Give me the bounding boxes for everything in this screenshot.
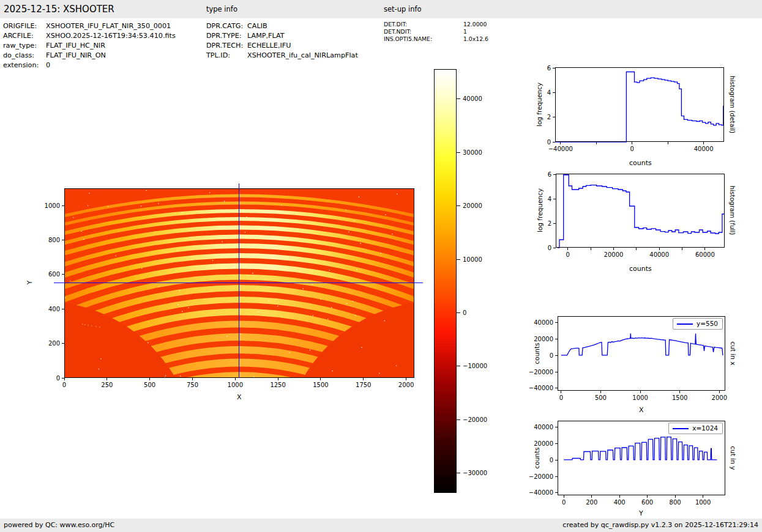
info-label: TPL.ID:	[206, 51, 230, 59]
histogram-detail-right-label: histogram (detail)	[729, 76, 736, 133]
info-label: do_class:	[3, 51, 34, 59]
svg-text:6: 6	[548, 171, 551, 178]
info-value: 1.0x12.6	[463, 35, 488, 42]
info-label: INS.OPTI5.NAME:	[384, 35, 432, 42]
svg-text:2: 2	[548, 220, 551, 227]
info-label: ARCFILE:	[3, 32, 34, 40]
svg-text:0: 0	[630, 146, 634, 152]
legend-line-sample	[677, 323, 693, 325]
svg-text:1750: 1750	[356, 382, 371, 388]
info-row-extension: extension: 0	[3, 61, 39, 69]
svg-text:60000: 60000	[695, 251, 715, 258]
svg-text:40000: 40000	[534, 319, 553, 326]
info-row-dprtech: DPR.TECH: ECHELLE,IFU	[206, 42, 243, 50]
svg-text:600: 600	[641, 499, 653, 506]
legend-label: x=1024	[692, 424, 718, 432]
svg-text:200: 200	[586, 499, 597, 506]
histogram-full-plot: 02000040000600000246	[556, 174, 725, 248]
info-value: 1	[463, 28, 467, 35]
cut-in-y-xlabel: Y	[639, 509, 643, 517]
svg-text:200: 200	[48, 340, 60, 347]
svg-text:1000: 1000	[632, 394, 648, 401]
setup-info-heading: set-up info	[384, 0, 422, 18]
svg-text:0: 0	[550, 352, 553, 359]
svg-text:400: 400	[614, 499, 626, 506]
svg-text:400: 400	[48, 306, 60, 312]
svg-text:−40000: −40000	[529, 385, 553, 391]
svg-text:0: 0	[548, 245, 551, 251]
svg-text:0: 0	[559, 394, 563, 401]
main-ylabel: Y	[26, 281, 33, 284]
svg-text:30000: 30000	[463, 149, 482, 156]
cut-in-x-legend: y=550	[673, 318, 723, 330]
info-value: XSHOOTER_ifu_cal_NIRLampFlat	[247, 51, 358, 59]
header-bar: 2025-12-15: XSHOOTER type info set-up in…	[0, 0, 762, 18]
info-value: FLAT_IFU_HC_NIR	[46, 42, 105, 50]
histogram-detail-xlabel: counts	[629, 159, 652, 167]
info-value: LAMP,FLAT	[247, 32, 285, 40]
info-row-rawtype: raw_type: FLAT_IFU_HC_NIR	[3, 42, 37, 50]
svg-text:−40000: −40000	[548, 146, 573, 152]
info-value: XSHOO.2025-12-16T19:34:53.410.fits	[46, 32, 176, 40]
svg-text:500: 500	[144, 382, 155, 388]
svg-text:0: 0	[62, 382, 66, 388]
svg-text:20000: 20000	[604, 251, 624, 258]
svg-text:−30000: −30000	[463, 470, 487, 476]
histogram-detail-plot: −400000400000246	[555, 67, 724, 142]
svg-text:1000: 1000	[45, 202, 60, 209]
svg-text:1000: 1000	[695, 499, 711, 506]
svg-text:−20000: −20000	[463, 416, 487, 423]
svg-text:1000: 1000	[228, 382, 243, 388]
svg-text:4: 4	[548, 196, 551, 202]
svg-text:0: 0	[56, 375, 60, 382]
legend-line-sample	[673, 428, 689, 429]
svg-text:−40000: −40000	[529, 489, 553, 496]
legend-label: y=550	[697, 320, 718, 327]
svg-text:0: 0	[463, 309, 466, 316]
svg-text:2000: 2000	[398, 382, 414, 388]
info-label: DET.DIT:	[384, 21, 407, 28]
info-label: DET.NDIT:	[384, 28, 411, 35]
histogram-full-right-label: histogram (full)	[729, 186, 736, 235]
main-xlabel: X	[237, 393, 242, 401]
svg-text:40000: 40000	[649, 251, 669, 258]
cut-in-x-right-label: cut in x	[730, 341, 737, 365]
type-info-heading: type info	[206, 0, 237, 18]
info-label: extension:	[3, 61, 39, 69]
info-value: 12.0000	[463, 21, 487, 28]
info-label: raw_type:	[3, 42, 37, 50]
svg-text:0: 0	[566, 251, 570, 258]
svg-text:4: 4	[547, 89, 551, 96]
main-image-plot: 0250500750100012501500175020000200400600…	[64, 188, 414, 378]
cut-in-y-ylabel: counts	[533, 447, 540, 468]
svg-text:0: 0	[550, 457, 553, 464]
cut-in-x-ylabel: counts	[533, 342, 540, 364]
svg-text:0: 0	[547, 139, 551, 146]
svg-text:0: 0	[562, 499, 566, 506]
info-value: CALIB	[247, 22, 267, 30]
svg-text:−10000: −10000	[463, 363, 487, 369]
svg-text:800: 800	[48, 237, 60, 243]
svg-text:1250: 1250	[270, 382, 285, 388]
page-title: 2025-12-15: XSHOOTER	[4, 0, 114, 18]
svg-text:800: 800	[670, 499, 681, 506]
info-value: ECHELLE,IFU	[247, 42, 291, 50]
info-value: XSHOOTER_IFU_FLAT_NIR_350_0001	[46, 22, 171, 30]
svg-text:40000: 40000	[463, 95, 482, 102]
info-row-origfile: ORIGFILE: XSHOOTER_IFU_FLAT_NIR_350_0001	[3, 22, 37, 30]
svg-text:−20000: −20000	[529, 473, 553, 480]
info-row-dprtype: DPR.TYPE: LAMP,FLAT	[206, 32, 242, 40]
footer-powered-by: powered by QC: www.eso.org/HC	[4, 519, 114, 532]
info-row-arcfile: ARCFILE: XSHOO.2025-12-16T19:34:53.410.f…	[3, 32, 34, 40]
info-row-detdit: DET.DIT: 12.0000	[384, 21, 407, 28]
cut-in-y-right-label: cut in y	[730, 446, 737, 470]
footer-created-by: created by qc_rawdisp.py v1.2.3 on 2025-…	[562, 519, 758, 532]
crosshair-vertical-line	[239, 183, 239, 378]
svg-text:−20000: −20000	[529, 369, 553, 375]
svg-text:1500: 1500	[672, 394, 687, 401]
histogram-full-xlabel: counts	[629, 265, 652, 273]
footer-bar: powered by QC: www.eso.org/HC created by…	[0, 519, 762, 532]
svg-text:20000: 20000	[463, 202, 482, 209]
histogram-full-ylabel: log frequency	[536, 188, 543, 232]
svg-text:40000: 40000	[534, 424, 553, 430]
